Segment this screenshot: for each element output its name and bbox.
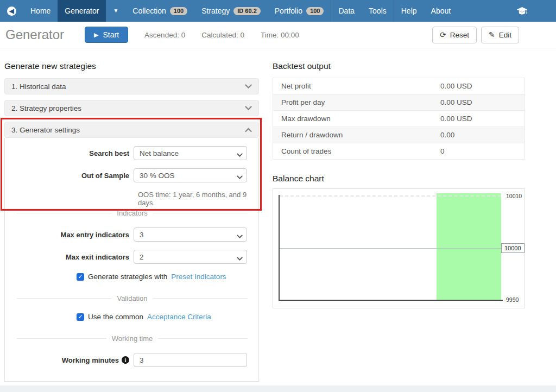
chevron-down-icon (237, 255, 243, 263)
top-nav: ◀ Home Generator ▼ Collection 100 Strate… (0, 0, 556, 22)
stat-calculated: Calculated: 0 (201, 31, 244, 39)
edit-button[interactable]: ✎ Edit (481, 27, 519, 43)
portfolio-count-badge: 100 (306, 7, 324, 15)
divider-indicators: Indicators (17, 209, 248, 217)
search-best-label: Search best (5, 149, 134, 157)
profit-per-day-value: 0.00 USD (440, 98, 472, 106)
nav-item-strategy[interactable]: Strategy ID 60.2 (194, 0, 268, 22)
back-arrow-icon: ◀ (7, 7, 16, 16)
acceptance-criteria-row: ✓ Use the common Acceptance Criteria (77, 313, 211, 321)
acceptance-criteria-link[interactable]: Acceptance Criteria (147, 313, 211, 321)
collection-count-badge: 100 (170, 7, 187, 15)
chart-x-axis (279, 300, 503, 301)
nav-item-help[interactable]: Help (394, 0, 424, 22)
out-of-sample-label: Out of Sample (5, 172, 134, 180)
accordion-generator-settings[interactable]: 3. Generator settings (4, 122, 259, 138)
preset-indicators-row: ✓ Generate strategies with Preset Indica… (77, 273, 226, 281)
nav-item-generator[interactable]: Generator (58, 0, 106, 22)
max-drawdown-value: 0.00 USD (440, 115, 472, 123)
preset-indicators-link[interactable]: Preset Indicators (171, 273, 226, 281)
graduation-cap-icon[interactable] (516, 7, 528, 16)
table-row: Return / drawdown 0.00 (273, 127, 525, 143)
y-tick-10000-box: 10000 (501, 243, 525, 253)
stat-time: Time: 00:00 (261, 31, 299, 39)
working-minutes-input[interactable] (134, 353, 247, 367)
accordion-strategy-properties[interactable]: 2. Strategy properties (4, 100, 259, 116)
chart-y-axis (279, 195, 280, 301)
search-best-select[interactable]: Net balance (134, 146, 247, 160)
balance-chart-heading: Balance chart (273, 174, 324, 184)
divider-working-time: Working time (17, 334, 248, 343)
generate-panel: Generate new strategies 1. Historical da… (4, 61, 259, 71)
table-row: Count of trades 0 (273, 143, 525, 160)
y-tick-10010: 10010 (506, 193, 522, 199)
left-panel-heading: Generate new strategies (4, 61, 259, 71)
chart-baseline-10000 (280, 248, 503, 249)
out-of-sample-select[interactable]: 30 % OOS (134, 168, 247, 182)
net-profit-value: 0.00 USD (440, 82, 472, 90)
max-entry-indicators-select[interactable]: 3 (134, 227, 247, 242)
nav-item-collection[interactable]: Collection 100 (125, 0, 194, 22)
chevron-down-icon (237, 173, 243, 181)
nav-item-tools[interactable]: Tools (362, 0, 394, 22)
table-row: Net profit 0.00 USD (273, 78, 525, 94)
reset-button[interactable]: ⟳ Reset (432, 27, 477, 43)
app-window: ◀ Home Generator ▼ Collection 100 Strate… (0, 0, 556, 385)
chevron-up-icon (245, 128, 252, 132)
y-tick-9990: 9990 (506, 296, 519, 303)
chevron-down-icon (245, 84, 252, 89)
pencil-icon: ✎ (489, 31, 495, 39)
play-icon: ▶ (94, 31, 98, 39)
max-entry-indicators-label: Max entry indicators (5, 231, 134, 239)
backtest-heading: Backtest output (273, 61, 525, 71)
table-row: Profit per day 0.00 USD (273, 94, 525, 111)
stat-ascended: Ascended: 0 (144, 31, 185, 39)
return-drawdown-value: 0.00 (440, 131, 454, 139)
chevron-down-icon (245, 106, 252, 111)
chevron-down-icon (237, 151, 243, 159)
oos-time-note: OOS time: 1 year, 6 months, and 9 days. (138, 191, 258, 207)
backtest-table: Net profit 0.00 USD Profit per day 0.00 … (273, 78, 525, 160)
divider-validation: Validation (17, 294, 248, 302)
refresh-icon: ⟳ (440, 31, 446, 39)
nav-item-about[interactable]: About (424, 0, 458, 22)
chart-upper-gridline (280, 195, 501, 197)
balance-chart-canvas: 10010 10000 9990 (273, 188, 525, 308)
generator-settings-body: Search best Net balance Out of Sample 30… (4, 138, 259, 382)
oos-region-highlight (437, 193, 501, 300)
backtest-panel: Backtest output Net profit 0.00 USD Prof… (273, 61, 525, 71)
nav-item-portfolio[interactable]: Portfolio 100 (268, 0, 331, 22)
start-button[interactable]: ▶ Start (85, 27, 128, 43)
preset-indicators-checkbox[interactable]: ✓ (77, 273, 84, 281)
page-title: Generator (5, 27, 64, 42)
strategy-id-badge: ID 60.2 (233, 7, 260, 15)
back-button[interactable]: ◀ (0, 0, 23, 22)
nav-item-data[interactable]: Data (331, 0, 362, 22)
accordion-historical-data[interactable]: 1. Historical data (4, 78, 259, 94)
max-exit-indicators-select[interactable]: 2 (134, 250, 247, 264)
chevron-down-icon (237, 232, 243, 241)
table-row: Max drawdown 0.00 USD (273, 111, 525, 127)
acceptance-criteria-checkbox[interactable]: ✓ (77, 313, 84, 321)
working-minutes-label: Working minutes i (5, 356, 134, 364)
max-exit-indicators-label: Max exit indicators (5, 253, 134, 261)
page-header: Generator ▶ Start Ascended: 0 Calculated… (0, 22, 556, 48)
nav-item-home[interactable]: Home (23, 0, 58, 22)
count-of-trades-value: 0 (440, 147, 445, 155)
nav-generator-dropdown-toggle[interactable]: ▼ (106, 0, 125, 22)
caret-down-icon: ▼ (113, 8, 118, 14)
info-icon[interactable]: i (122, 356, 129, 364)
